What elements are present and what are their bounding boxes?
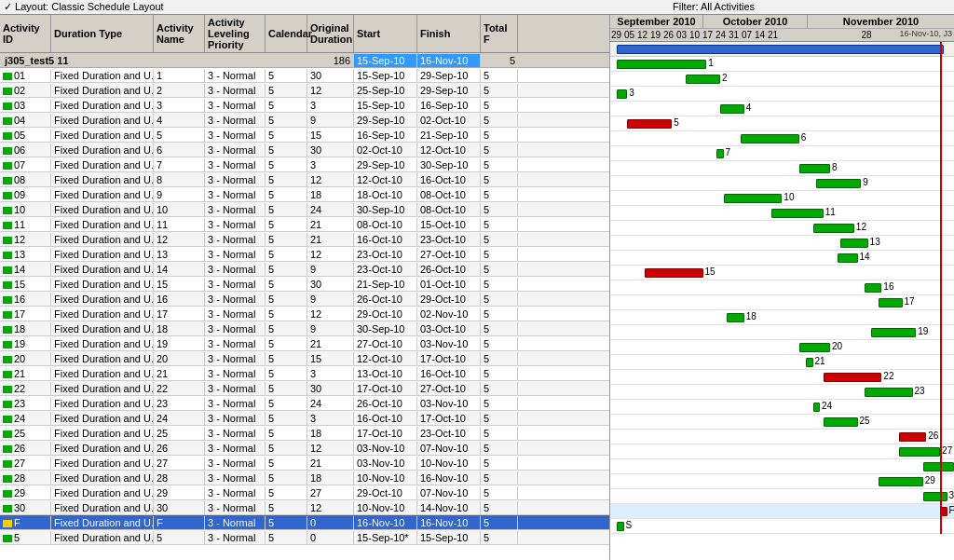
col-header-totalf[interactable]: Total F xyxy=(481,15,518,52)
gantt-row: 12 xyxy=(610,221,954,236)
col-header-id[interactable]: Activity ID xyxy=(0,15,51,52)
week-19: 19 xyxy=(649,29,662,41)
gantt-row: 10 xyxy=(610,191,954,206)
table-row[interactable]: 19Fixed Duration and U...193 - Normal521… xyxy=(0,336,609,351)
table-row[interactable]: 14Fixed Duration and U...143 - Normal592… xyxy=(0,262,609,277)
table-row[interactable]: 06Fixed Duration and U...63 - Normal5300… xyxy=(0,143,609,157)
table-cell: Fixed Duration and U... xyxy=(51,397,154,410)
col-header-priority[interactable]: Activity Leveling Priority xyxy=(205,15,266,52)
table-row[interactable]: 04Fixed Duration and U...43 - Normal5929… xyxy=(0,113,609,128)
table-cell: Fixed Duration and U... xyxy=(51,337,154,350)
table-row[interactable]: 5Fixed Duration and U...53 - Normal5015-… xyxy=(0,530,609,545)
table-cell: 5 xyxy=(266,382,307,395)
table-row[interactable]: 30Fixed Duration and U...303 - Normal512… xyxy=(0,500,609,515)
table-row[interactable]: 05Fixed Duration and U...53 - Normal5151… xyxy=(0,128,609,143)
table-row[interactable]: 07Fixed Duration and U...73 - Normal5329… xyxy=(0,157,609,172)
table-row[interactable]: 25Fixed Duration and U...253 - Normal518… xyxy=(0,426,609,441)
table-row[interactable]: 24Fixed Duration and U...243 - Normal531… xyxy=(0,411,609,426)
table-row[interactable]: 17Fixed Duration and U...173 - Normal512… xyxy=(0,307,609,321)
table-cell: 21-Sep-10 xyxy=(417,129,481,142)
table-cell: 26 xyxy=(0,442,51,455)
table-cell: 04 xyxy=(0,114,51,127)
table-cell: 28 xyxy=(0,471,51,485)
table-row[interactable]: 12Fixed Duration and U...123 - Normal521… xyxy=(0,232,609,247)
table-cell: 7 xyxy=(154,158,205,171)
table-cell: 3 - Normal xyxy=(205,69,266,82)
col-header-start[interactable]: Start xyxy=(354,15,417,52)
table-cell: 21 xyxy=(0,367,51,380)
table-row[interactable]: 28Fixed Duration and U...283 - Normal518… xyxy=(0,471,609,485)
table-row[interactable]: 15Fixed Duration and U...153 - Normal530… xyxy=(0,277,609,292)
col-header-duration[interactable]: Duration Type xyxy=(51,15,154,52)
table-cell: 5 xyxy=(481,84,518,97)
gantt-group-row xyxy=(610,42,954,57)
table-cell: 3 - Normal xyxy=(205,516,266,529)
table-row[interactable]: 02Fixed Duration and U...23 - Normal5122… xyxy=(0,83,609,98)
table-row[interactable]: FFixed Duration and U...F3 - Normal5016-… xyxy=(0,515,609,530)
table-cell: 10 xyxy=(154,203,205,216)
table-cell: 07-Nov-10 xyxy=(417,442,481,455)
table-cell: 30 xyxy=(154,501,205,514)
table-cell: 3 xyxy=(307,367,354,380)
gantt-row: 9 xyxy=(610,176,954,191)
table-body[interactable]: j305_test5 11 186 15-Sep-10 16-Nov-10 5 … xyxy=(0,53,609,560)
table-row[interactable]: 20Fixed Duration and U...203 - Normal515… xyxy=(0,351,609,366)
table-cell: 3 - Normal xyxy=(205,412,266,425)
table-cell: 18 xyxy=(307,471,354,485)
table-cell: 23-Oct-10 xyxy=(417,233,481,246)
table-cell: 16-Oct-10 xyxy=(417,367,481,380)
table-cell: 30 xyxy=(307,143,354,157)
table-row[interactable]: 01Fixed Duration and U...13 - Normal5301… xyxy=(0,68,609,83)
col-header-calendar[interactable]: Calendar xyxy=(266,15,307,52)
table-cell: 5 xyxy=(481,188,518,201)
table-cell: 3 - Normal xyxy=(205,322,266,335)
table-row[interactable]: 27Fixed Duration and U...273 - Normal521… xyxy=(0,456,609,471)
table-cell: 30-Sep-10 xyxy=(354,322,417,335)
table-cell: 5 xyxy=(266,501,307,514)
table-cell: 1 xyxy=(154,69,205,82)
layout-label: ✓ Layout: Classic Schedule Layout xyxy=(4,1,477,13)
table-cell: 5 xyxy=(481,427,518,440)
col-header-origdur[interactable]: Original Duration xyxy=(307,15,354,52)
table-cell: 5 xyxy=(266,412,307,425)
table-row[interactable]: 22Fixed Duration and U...223 - Normal530… xyxy=(0,381,609,396)
table-cell: 5 xyxy=(266,203,307,216)
table-cell: 5 xyxy=(266,233,307,246)
table-row[interactable]: 13Fixed Duration and U...133 - Normal512… xyxy=(0,247,609,262)
table-cell: 12 xyxy=(0,233,51,246)
table-cell: 5 xyxy=(266,471,307,485)
col-header-finish[interactable]: Finish xyxy=(417,15,481,52)
table-cell: 05 xyxy=(0,129,51,142)
table-cell: 03-Nov-10 xyxy=(417,397,481,410)
table-cell: 5 xyxy=(481,143,518,157)
table-row[interactable]: 29Fixed Duration and U...293 - Normal527… xyxy=(0,485,609,500)
table-cell: 16-Oct-10 xyxy=(354,233,417,246)
table-row[interactable]: 18Fixed Duration and U...183 - Normal593… xyxy=(0,321,609,336)
table-row[interactable]: 03Fixed Duration and U...33 - Normal5315… xyxy=(0,98,609,113)
table-cell: 08 xyxy=(0,173,51,186)
table-cell: 15-Sep-10 xyxy=(354,69,417,82)
table-cell: 5 xyxy=(266,367,307,380)
table-row[interactable]: 08Fixed Duration and U...83 - Normal5121… xyxy=(0,172,609,187)
col-header-actname[interactable]: Activity Name xyxy=(154,15,205,52)
table-row[interactable]: 21Fixed Duration and U...213 - Normal531… xyxy=(0,366,609,381)
table-row[interactable]: 23Fixed Duration and U...233 - Normal524… xyxy=(0,396,609,411)
gantt-row: 2 xyxy=(610,72,954,87)
table-cell: 8 xyxy=(154,173,205,186)
table-cell: 5 xyxy=(266,129,307,142)
main-container: Activity ID Duration Type Activity Name … xyxy=(0,15,954,560)
table-row[interactable]: 10Fixed Duration and U...103 - Normal524… xyxy=(0,202,609,217)
table-cell: 03-Nov-10 xyxy=(417,337,481,350)
table-row[interactable]: 11Fixed Duration and U...113 - Normal521… xyxy=(0,217,609,232)
table-cell: 17-Oct-10 xyxy=(354,427,417,440)
group-finish: 16-Nov-10 xyxy=(420,55,468,66)
table-row[interactable]: 09Fixed Duration and U...93 - Normal5181… xyxy=(0,187,609,202)
table-row[interactable]: 26Fixed Duration and U...263 - Normal512… xyxy=(0,441,609,456)
table-cell: Fixed Duration and U... xyxy=(51,158,154,171)
table-cell: 5 xyxy=(481,293,518,306)
table-cell: 17-Oct-10 xyxy=(354,382,417,395)
table-cell: 26-Oct-10 xyxy=(417,263,481,276)
table-cell: 20 xyxy=(154,352,205,365)
table-cell: 5 xyxy=(154,531,205,544)
table-row[interactable]: 16Fixed Duration and U...163 - Normal592… xyxy=(0,292,609,307)
